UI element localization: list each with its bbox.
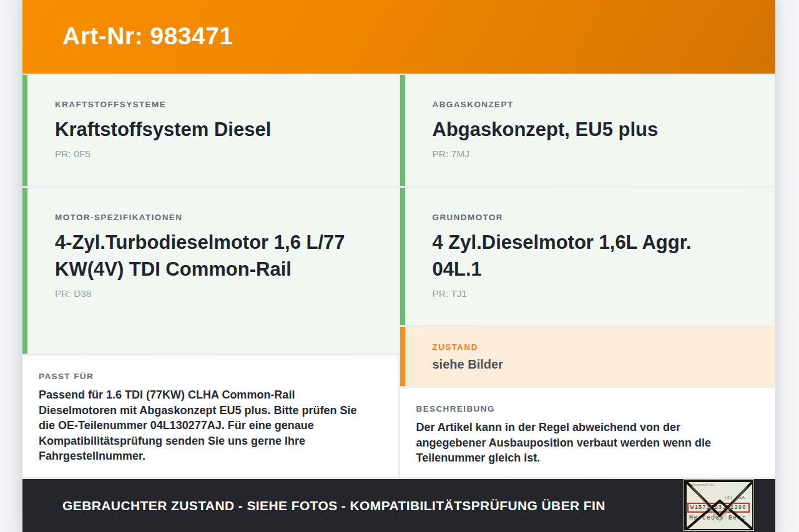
card-label: MOTOR-SPEZIFIKATIONEN — [55, 213, 381, 222]
card-zustand: ZUSTAND siehe Bilder — [400, 327, 776, 386]
card-label: ABGASKONZEPT — [433, 100, 758, 109]
pr-code: PR: 7MJ — [433, 148, 758, 160]
article-number-title: Art-Nr: 983471 — [62, 22, 233, 50]
pr-code: PR: 0F5 — [55, 148, 381, 160]
card-label: BESCHREIBUNG — [416, 404, 758, 414]
envelope-icon — [684, 480, 754, 531]
card-title: Kraftstoffsystem Diesel — [55, 116, 355, 143]
card-label: PASST FÜR — [39, 372, 381, 381]
card-label: ZUSTAND — [433, 342, 758, 352]
card-abgaskonzept: ABGASKONZEPT Abgaskonzept, EU5 plus PR: … — [400, 75, 776, 186]
header-banner: Art-Nr: 983471 — [22, 0, 775, 74]
card-title: 4 Zyl.Dieselmotor 1,6L Aggr. 04L.1 — [433, 229, 732, 283]
pr-code: PR: D38 — [55, 288, 381, 299]
vin-sticker-image: Fahrgestell-Nr. |4| AiA W1B71463J31298 7… — [684, 479, 754, 531]
card-passt-fuer: PASST FÜR Passend für 1.6 TDI (77KW) CLH… — [22, 355, 398, 477]
footer-banner: GEBRAUCHTER ZUSTAND - SIEHE FOTOS - KOMP… — [22, 479, 775, 532]
card-beschreibung: BESCHREIBUNG Der Artikel kann in der Reg… — [400, 388, 776, 477]
card-grundmotor: GRUNDMOTOR 4 Zyl.Dieselmotor 1,6L Aggr. … — [400, 188, 776, 325]
card-kraftstoffsysteme: KRAFTSTOFFSYSTEME Kraftstoffsystem Diese… — [22, 75, 398, 186]
card-grid: KRAFTSTOFFSYSTEME Kraftstoffsystem Diese… — [22, 75, 775, 477]
card-motor-spezifikationen: MOTOR-SPEZIFIKATIONEN 4-Zyl.Turbodieselm… — [22, 188, 398, 354]
card-label: KRAFTSTOFFSYSTEME — [55, 100, 381, 109]
fitment-text: Passend für 1.6 TDI (77KW) CLHA Common-R… — [39, 387, 365, 464]
card-title: 4-Zyl.Turbodieselmotor 1,6 L/77 KW(4V) T… — [55, 229, 355, 283]
condition-value: siehe Bilder — [433, 357, 758, 372]
listing-sheet: Art-Nr: 983471 KRAFTSTOFFSYSTEME Kraftst… — [22, 0, 775, 532]
right-column: ABGASKONZEPT Abgaskonzept, EU5 plus PR: … — [400, 75, 776, 477]
pr-code: PR: TJ1 — [433, 288, 758, 299]
description-text: Der Artikel kann in der Regel abweichend… — [416, 420, 742, 466]
footer-banner-text: GEBRAUCHTER ZUSTAND - SIEHE FOTOS - KOMP… — [62, 498, 605, 513]
card-title: Abgaskonzept, EU5 plus — [433, 116, 732, 143]
left-column: KRAFTSTOFFSYSTEME Kraftstoffsystem Diese… — [22, 75, 398, 477]
card-label: GRUNDMOTOR — [433, 213, 758, 222]
